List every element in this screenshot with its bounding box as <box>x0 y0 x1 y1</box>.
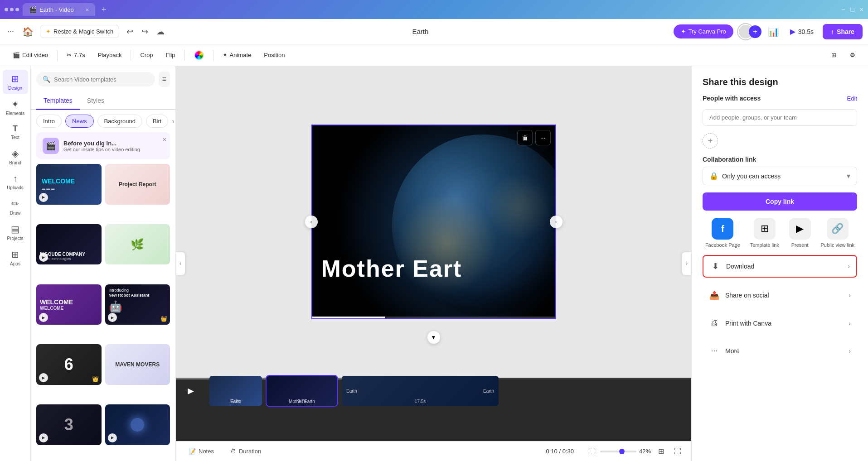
template-card-3[interactable]: 3 ▶ <box>36 404 102 445</box>
tab-close-btn[interactable]: × <box>85 6 89 13</box>
template-card-welcome[interactable]: WELCOME ▬ ▬ ▬ ▶ <box>36 164 102 205</box>
edit-video-button[interactable]: 🎬 Edit video <box>7 49 53 61</box>
tag-birthday[interactable]: Birt <box>146 115 169 128</box>
duration-button[interactable]: ✂ 7.7s <box>61 49 91 61</box>
sidebar-item-design[interactable]: ⊞ Design <box>3 70 28 94</box>
zoom-slider[interactable] <box>600 451 636 452</box>
template-grid: WELCOME ▬ ▬ ▬ ▶ Project Report INGOUDE C… <box>31 164 175 461</box>
color-button[interactable] <box>189 48 209 63</box>
zoom-control: 42% <box>600 448 651 455</box>
clip-1-duration: 5.2s <box>232 399 240 404</box>
minimize-icon[interactable]: − <box>841 6 845 13</box>
try-pro-button[interactable]: ✦ Try Canva Pro <box>674 24 733 38</box>
more-button[interactable]: ··· More › <box>703 341 857 361</box>
undo-button[interactable]: ↩ <box>124 24 136 39</box>
add-person-button[interactable]: + <box>703 133 718 149</box>
template-card-green[interactable]: 🌿 <box>105 224 170 265</box>
crop-button[interactable]: Crop <box>135 49 158 61</box>
download-button[interactable]: ⬇ Download › <box>703 255 857 278</box>
template-card-robot[interactable]: IntroducingNew Robot Assistant 🤖 👑 ▶ <box>105 284 170 325</box>
settings-btn[interactable]: ⚙ <box>844 49 861 61</box>
tag-background[interactable]: Background <box>97 115 142 128</box>
menu-icon[interactable]: ··· <box>5 25 16 38</box>
template-card-countdown[interactable]: 6 👑 ▶ <box>36 344 102 385</box>
timeline-play-button[interactable]: ▶ <box>183 383 199 399</box>
collapse-right[interactable]: › <box>682 252 691 275</box>
share-present[interactable]: ▶ Present <box>789 218 811 248</box>
clip-2-duration: 7.7s <box>298 399 306 404</box>
canvas-nav-bottom[interactable]: ▼ <box>427 331 440 344</box>
sidebar-item-projects[interactable]: ▤ Projects <box>3 220 28 245</box>
sidebar-item-uploads[interactable]: ↑ Uploads <box>3 170 28 194</box>
facebook-icon: f <box>712 218 733 240</box>
canvas-delete-button[interactable]: 🗑 <box>517 130 533 145</box>
collapse-left[interactable]: ‹ <box>176 252 185 275</box>
timeline-area: ▶ Earth 5.2s <box>176 378 691 441</box>
template-card-blue[interactable]: ▶ <box>105 404 170 445</box>
color-circle <box>194 50 204 60</box>
sidebar-item-elements[interactable]: ✦ Elements <box>3 95 28 120</box>
promo-close-button[interactable]: × <box>163 136 166 143</box>
canvas-content: Mother Eart 🗑 ··· <box>311 125 556 319</box>
tab-styles[interactable]: Styles <box>80 92 112 110</box>
play-timer-button[interactable]: ▶ 30.5s <box>786 24 818 38</box>
grid-btn[interactable]: ⊞ <box>826 49 842 61</box>
print-button[interactable]: 🖨 Print with Canva › <box>703 313 857 333</box>
browser-tab[interactable]: 🎬 Earth - Video × <box>23 3 95 16</box>
share-panel: Share this design People with access Edi… <box>691 66 868 461</box>
close-icon[interactable]: × <box>860 6 863 13</box>
sidebar-item-text[interactable]: T Text <box>3 120 28 144</box>
canvas-progress <box>312 317 555 318</box>
home-icon[interactable]: 🏠 <box>20 24 35 39</box>
template-card-ingoude[interactable]: INGOUDE COMPANY Smart technologies ▶ <box>36 224 102 265</box>
add-collaborator-button[interactable]: + <box>749 25 761 38</box>
tag-intro[interactable]: Intro <box>36 115 62 128</box>
canvas-nav-right[interactable]: › <box>550 216 563 228</box>
share-button[interactable]: ↑ Share <box>823 24 863 39</box>
edit-access-link[interactable]: Edit <box>847 95 857 102</box>
timeline-clip-3[interactable]: Earth Earth 17.5s <box>341 375 499 407</box>
tag-news[interactable]: News <box>65 115 94 128</box>
duration-button-bottom[interactable]: ⏱ Duration <box>225 445 267 457</box>
resize-magic-button[interactable]: ✦ Resize & Magic Switch <box>40 25 119 38</box>
add-people-input[interactable] <box>703 109 857 126</box>
animate-button[interactable]: ✦ Animate <box>217 49 257 61</box>
browser-dot-1 <box>5 8 8 11</box>
new-tab-button[interactable]: + <box>99 5 109 14</box>
share-template[interactable]: ⊞ Template link <box>750 218 779 248</box>
copy-link-button[interactable]: Copy link <box>703 192 857 211</box>
project-name[interactable]: Earth <box>407 25 434 38</box>
bottom-bar: 📝 Notes ⏱ Duration 0:10 / 0:30 ⛶ <box>176 441 691 461</box>
sidebar-item-draw[interactable]: ✏ Draw <box>3 195 28 219</box>
template-play-badge-5: ▶ <box>39 373 48 382</box>
notes-button[interactable]: 📝 Notes <box>183 445 219 457</box>
fullscreen-button[interactable]: ⛶ <box>671 445 684 458</box>
filter-button[interactable]: ≡ <box>159 72 170 87</box>
template-card-welcome2[interactable]: WELCOME WELCOME ▶ <box>36 284 102 325</box>
timeline-clip-1[interactable]: Earth 5.2s <box>209 375 263 407</box>
cloud-save-button[interactable]: ☁ <box>154 24 167 39</box>
tags-scroll-right[interactable]: › <box>172 117 174 125</box>
playback-button[interactable]: Playback <box>92 49 127 61</box>
position-button[interactable]: Position <box>258 49 290 61</box>
sidebar-item-brand[interactable]: ◈ Brand <box>3 144 28 169</box>
canvas-more-button[interactable]: ··· <box>535 130 551 145</box>
expand-icon[interactable]: ⛶ <box>588 447 596 456</box>
share-social-button[interactable]: 📤 Share on social › <box>703 285 857 306</box>
redo-button[interactable]: ↪ <box>139 24 151 39</box>
maximize-icon[interactable]: □ <box>850 6 854 13</box>
promo-title: Before you dig in... <box>63 140 164 147</box>
template-card-report[interactable]: Project Report <box>105 164 170 205</box>
collab-dropdown[interactable]: 🔒 Only you can access ▾ <box>703 167 857 185</box>
canvas-nav-left[interactable]: ‹ <box>305 216 318 228</box>
tab-templates[interactable]: Templates <box>36 92 80 110</box>
timeline-clip-2[interactable]: Mother Earth 7.7s <box>266 375 338 407</box>
grid-view-button[interactable]: ⊞ <box>655 444 667 458</box>
flip-button[interactable]: Flip <box>160 49 181 61</box>
stats-icon[interactable]: 📊 <box>766 24 781 39</box>
sidebar-item-apps[interactable]: ⊞ Apps <box>3 245 28 270</box>
share-facebook[interactable]: f Facebook Page <box>705 218 740 248</box>
search-input[interactable] <box>54 76 149 83</box>
template-card-maven[interactable]: MAVEN MOVERS <box>105 344 170 385</box>
share-public-view[interactable]: 🔗 Public view link <box>821 218 855 248</box>
